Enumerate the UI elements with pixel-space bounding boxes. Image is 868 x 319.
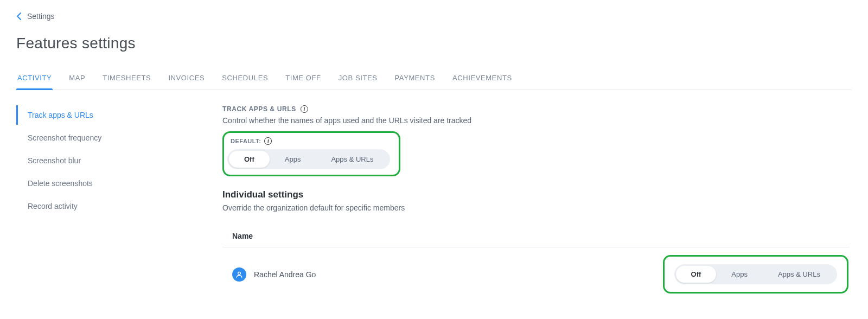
info-icon[interactable]: i (301, 105, 308, 113)
member-setting-highlight: Off Apps Apps & URLs (663, 255, 848, 294)
sidebar-item-track-apps-urls[interactable]: Track apps & URLs (16, 105, 222, 125)
tab-job-sites[interactable]: JOB SITES (337, 68, 379, 90)
tab-invoices[interactable]: INVOICES (167, 68, 206, 90)
table-row: Rachel Andrea Go Off Apps Apps & URLs (222, 247, 850, 301)
section-heading: TRACK APPS & URLS (222, 105, 296, 113)
breadcrumb[interactable]: Settings (16, 12, 852, 21)
sidebar-item-screenshot-blur[interactable]: Screenshot blur (16, 151, 222, 170)
tab-timesheets[interactable]: TIMESHEETS (101, 68, 152, 90)
table-header-name: Name (222, 225, 850, 247)
svg-point-0 (238, 272, 241, 275)
member-tracking-toggle: Off Apps Apps & URLs (674, 264, 837, 284)
settings-sidebar: Track apps & URLs Screenshot frequency S… (16, 105, 222, 301)
chevron-left-icon (16, 12, 22, 21)
section-description: Control whether the names of apps used a… (222, 116, 850, 125)
default-option-apps-urls[interactable]: Apps & URLs (316, 151, 388, 168)
default-option-apps[interactable]: Apps (270, 151, 316, 168)
sidebar-item-delete-screenshots[interactable]: Delete screenshots (16, 174, 222, 193)
sidebar-item-record-activity[interactable]: Record activity (16, 196, 222, 216)
tabs-bar: ACTIVITY MAP TIMESHEETS INVOICES SCHEDUL… (16, 68, 852, 90)
default-tracking-toggle: Off Apps Apps & URLs (227, 149, 390, 169)
member-option-apps-urls[interactable]: Apps & URLs (763, 266, 835, 283)
individual-settings-title: Individual settings (222, 189, 850, 200)
breadcrumb-label: Settings (27, 12, 55, 21)
member-option-apps[interactable]: Apps (716, 266, 763, 283)
user-avatar-icon (232, 267, 246, 282)
tab-schedules[interactable]: SCHEDULES (221, 68, 269, 90)
info-icon[interactable]: i (264, 137, 272, 145)
default-option-off[interactable]: Off (229, 151, 270, 168)
default-setting-highlight: DEFAULT: i Off Apps Apps & URLs (222, 131, 400, 176)
tab-achievements[interactable]: ACHIEVEMENTS (451, 68, 513, 90)
sidebar-item-screenshot-frequency[interactable]: Screenshot frequency (16, 128, 222, 148)
tab-map[interactable]: MAP (68, 68, 86, 90)
tab-payments[interactable]: PAYMENTS (394, 68, 436, 90)
individual-settings-description: Override the organization default for sp… (222, 203, 850, 212)
member-name: Rachel Andrea Go (254, 270, 316, 279)
member-option-off[interactable]: Off (676, 266, 717, 283)
page-title: Features settings (16, 35, 852, 52)
members-table: Name Rachel Andrea Go Off (222, 225, 850, 301)
tab-time-off[interactable]: TIME OFF (284, 68, 322, 90)
default-label: DEFAULT: (231, 138, 261, 144)
tab-activity[interactable]: ACTIVITY (16, 68, 53, 90)
